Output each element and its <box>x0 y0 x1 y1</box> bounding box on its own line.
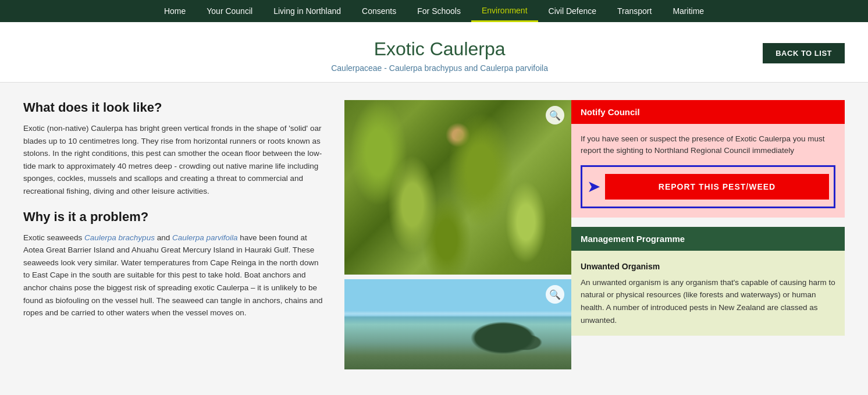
nav-transport[interactable]: Transport <box>607 0 662 22</box>
notify-council-body: If you have seen or suspect the presence… <box>571 124 845 218</box>
section1-heading: What does it look like? <box>23 100 327 115</box>
notify-council-header: Notify Council <box>571 100 845 124</box>
main-navigation: Home Your Council Living in Northland Co… <box>0 0 868 22</box>
section1-text: Exotic (non-native) Caulerpa has bright … <box>23 122 327 198</box>
section2-text: Exotic seaweeds Caulerpa brachypus and C… <box>23 232 327 319</box>
unwanted-organism-text: An unwanted organism is any organism tha… <box>581 278 835 325</box>
nav-consents[interactable]: Consents <box>351 0 407 22</box>
nav-your-council[interactable]: Your Council <box>196 0 263 22</box>
page-subtitle: Caulerpaceae - Caulerpa brachypus and Ca… <box>116 63 763 73</box>
report-pest-weed-button[interactable]: REPORT THIS PEST/WEED <box>605 174 829 200</box>
nav-maritime[interactable]: Maritime <box>662 0 714 22</box>
back-to-list-button[interactable]: BACK TO LIST <box>763 43 845 63</box>
seaweed-image-top: 🔍 <box>344 100 571 275</box>
image-zoom-icon-bottom[interactable]: 🔍 <box>546 285 564 304</box>
left-content: What does it look like? Exotic (non-nati… <box>23 100 344 369</box>
management-programme-box: Management Programme Unwanted Organism A… <box>571 227 845 336</box>
notify-council-box: Notify Council If you have seen or suspe… <box>571 100 845 218</box>
management-programme-header: Management Programme <box>571 227 845 251</box>
page-header: Exotic Caulerpa Caulerpaceae - Caulerpa … <box>0 22 868 83</box>
section2-heading: Why is it a problem? <box>23 209 327 225</box>
right-sidebar: Notify Council If you have seen or suspe… <box>571 100 845 369</box>
coastal-image-bottom: 🔍 <box>344 279 571 369</box>
nav-environment[interactable]: Environment <box>471 0 538 22</box>
coastal-image-graphic <box>344 279 571 369</box>
seaweed-image-graphic <box>344 100 571 275</box>
main-layout: What does it look like? Exotic (non-nati… <box>0 83 868 387</box>
arrow-icon: ➤ <box>587 179 600 195</box>
caulerpa-brachypus-link[interactable]: Caulerpa brachypus <box>84 233 155 242</box>
nav-home[interactable]: Home <box>154 0 196 22</box>
page-title: Exotic Caulerpa <box>116 38 763 60</box>
nav-for-schools[interactable]: For Schools <box>407 0 471 22</box>
caulerpa-parvifoila-link[interactable]: Caulerpa parvifoila <box>172 233 238 242</box>
report-button-wrapper: ➤ REPORT THIS PEST/WEED <box>581 165 835 208</box>
image-zoom-icon-top[interactable]: 🔍 <box>546 106 564 124</box>
notify-council-text: If you have seen or suspect the presence… <box>581 133 835 157</box>
management-programme-body: Unwanted Organism An unwanted organism i… <box>571 251 845 336</box>
image-column: 🔍 🔍 <box>344 100 571 369</box>
nav-civil-defence[interactable]: Civil Defence <box>538 0 607 22</box>
nav-living-in-northland[interactable]: Living in Northland <box>263 0 351 22</box>
unwanted-organism-heading: Unwanted Organism <box>581 260 835 273</box>
header-center: Exotic Caulerpa Caulerpaceae - Caulerpa … <box>116 38 763 73</box>
